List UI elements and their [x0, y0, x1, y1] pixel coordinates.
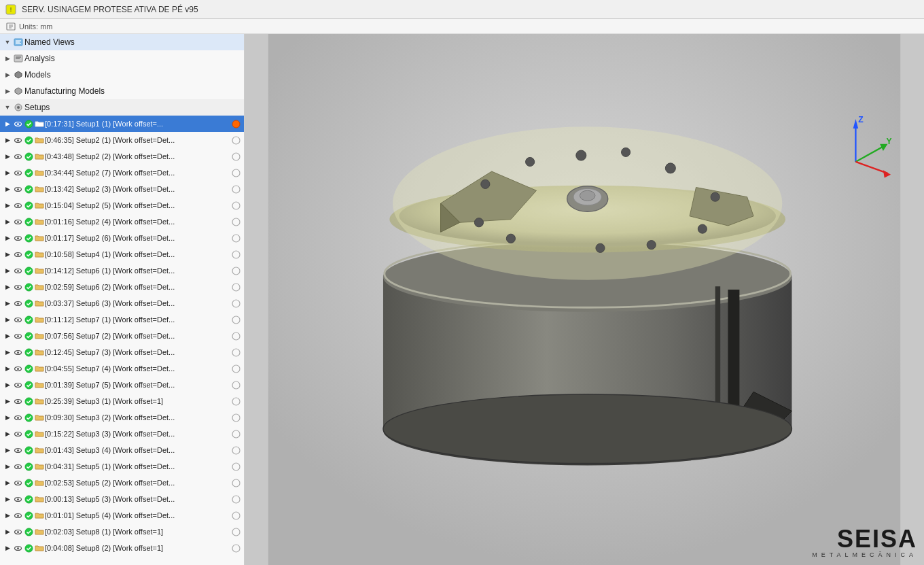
eye-icon[interactable]: [12, 363, 23, 374]
setup-row-15[interactable]: ▶[0:04:55] Setup7 (4) [Work offset=Det..…: [0, 360, 244, 377]
eye-icon[interactable]: [12, 249, 23, 260]
setup-row-8[interactable]: ▶[0:10:58] Setup4 (1) [Work offset=Det..…: [0, 246, 244, 262]
setup-row-18[interactable]: ▶[0:09:30] Setup3 (2) [Work offset=Det..…: [0, 409, 244, 426]
eye-icon[interactable]: [12, 379, 23, 390]
eye-icon[interactable]: [12, 233, 23, 243]
eye-icon[interactable]: [12, 281, 23, 292]
end-circle-icon[interactable]: [230, 216, 241, 227]
eye-icon[interactable]: [12, 526, 23, 537]
end-circle-icon[interactable]: [230, 445, 241, 456]
setup-row-10[interactable]: ▶[0:02:59] Setup6 (2) [Work offset=Det..…: [0, 279, 244, 295]
play-icon[interactable]: ▶: [3, 168, 12, 177]
setup-row-22[interactable]: ▶[0:02:53] Setup5 (2) [Work offset=Det..…: [0, 475, 244, 491]
play-icon[interactable]: ▶: [3, 494, 12, 504]
setup-row-5[interactable]: ▶[0:15:04] Setup2 (5) [Work offset=Det..…: [0, 197, 244, 213]
setup-row-7[interactable]: ▶[0:01:17] Setup2 (6) [Work offset=Det..…: [0, 230, 244, 246]
setup-row-24[interactable]: ▶[0:01:01] Setup5 (4) [Work offset=Det..…: [0, 507, 244, 524]
play-icon[interactable]: ▶: [3, 347, 12, 357]
setup-row-17[interactable]: ▶[0:25:39] Setup3 (1) [Work offset=1]: [0, 393, 244, 409]
setup-row-26[interactable]: ▶[0:04:08] Setup8 (2) [Work offset=1]: [0, 540, 244, 556]
end-circle-icon[interactable]: [230, 249, 241, 260]
end-circle-icon[interactable]: [230, 135, 241, 145]
eye-icon[interactable]: [12, 543, 23, 553]
play-icon[interactable]: ▶: [3, 478, 12, 487]
eye-icon[interactable]: [12, 347, 23, 358]
end-circle-icon[interactable]: [230, 347, 241, 358]
end-circle-icon[interactable]: [230, 379, 241, 390]
setup-row-16[interactable]: ▶[0:01:39] Setup7 (5) [Work offset=Det..…: [0, 377, 244, 393]
end-circle-icon[interactable]: [230, 363, 241, 374]
setup-row-1[interactable]: ▶[0:46:35] Setup2 (1) [Work offset=Det..…: [0, 132, 244, 148]
eye-icon[interactable]: [12, 135, 23, 145]
setup-row-14[interactable]: ▶[0:12:45] Setup7 (3) [Work offset=Det..…: [0, 344, 244, 360]
eye-icon[interactable]: [12, 167, 23, 178]
models-item[interactable]: ▶ Models: [0, 67, 244, 83]
end-circle-icon[interactable]: [230, 510, 241, 521]
viewport[interactable]: Z Y SEISA METALMECÂNICA: [245, 34, 924, 565]
end-circle-icon[interactable]: [230, 200, 241, 211]
end-circle-icon[interactable]: [230, 330, 241, 341]
play-icon[interactable]: ▶: [3, 184, 12, 194]
setup-row-12[interactable]: ▶[0:11:12] Setup7 (1) [Work offset=Def..…: [0, 311, 244, 328]
play-icon[interactable]: ▶: [3, 282, 12, 292]
play-icon[interactable]: ▶: [3, 543, 12, 553]
eye-icon[interactable]: [12, 151, 23, 162]
play-icon[interactable]: ▶: [3, 233, 12, 243]
end-circle-icon[interactable]: [230, 461, 241, 472]
end-circle-icon[interactable]: [230, 526, 241, 537]
end-circle-icon[interactable]: [230, 118, 241, 129]
eye-icon[interactable]: [12, 396, 23, 407]
eye-icon[interactable]: [12, 428, 23, 439]
eye-icon[interactable]: [12, 118, 23, 129]
eye-icon[interactable]: [12, 265, 23, 276]
play-icon[interactable]: ▶: [3, 413, 12, 422]
setup-row-23[interactable]: ▶[0:00:13] Setup5 (3) [Work offset=Det..…: [0, 491, 244, 507]
setup-row-3[interactable]: ▶[0:34:44] Setup2 (7) [Work offset=Det..…: [0, 165, 244, 181]
eye-icon[interactable]: [12, 412, 23, 423]
setup-row-2[interactable]: ▶[0:43:48] Setup2 (2) [Work offset=Det..…: [0, 148, 244, 165]
play-icon[interactable]: ▶: [3, 298, 12, 308]
setup-row-4[interactable]: ▶[0:13:42] Setup2 (3) [Work offset=Det..…: [0, 181, 244, 197]
end-circle-icon[interactable]: [230, 477, 241, 488]
play-icon[interactable]: ▶: [3, 527, 12, 536]
setup-row-0[interactable]: ▶[0:17:31] Setup1 (1) [Work offset=...: [0, 116, 244, 132]
setup-row-20[interactable]: ▶[0:01:43] Setup3 (4) [Work offset=Det..…: [0, 442, 244, 458]
eye-icon[interactable]: [12, 184, 23, 194]
eye-icon[interactable]: [12, 298, 23, 309]
eye-icon[interactable]: [12, 510, 23, 521]
setups-item[interactable]: ▼ Setups: [0, 99, 244, 116]
end-circle-icon[interactable]: [230, 298, 241, 309]
end-circle-icon[interactable]: [230, 543, 241, 553]
play-icon[interactable]: ▶: [3, 217, 12, 226]
end-circle-icon[interactable]: [230, 151, 241, 162]
setup-row-21[interactable]: ▶[0:04:31] Setup5 (1) [Work offset=Det..…: [0, 458, 244, 475]
end-circle-icon[interactable]: [230, 412, 241, 423]
play-icon[interactable]: ▶: [3, 429, 12, 439]
play-icon[interactable]: ▶: [3, 119, 12, 129]
eye-icon[interactable]: [12, 200, 23, 211]
eye-icon[interactable]: [12, 461, 23, 472]
play-icon[interactable]: ▶: [3, 364, 12, 373]
play-icon[interactable]: ▶: [3, 266, 12, 275]
end-circle-icon[interactable]: [230, 314, 241, 325]
play-icon[interactable]: ▶: [3, 380, 12, 390]
eye-icon[interactable]: [12, 494, 23, 504]
setup-row-25[interactable]: ▶[0:02:03] Setup8 (1) [Work offset=1]: [0, 524, 244, 540]
setup-row-6[interactable]: ▶[0:01:16] Setup2 (4) [Work offset=Det..…: [0, 213, 244, 230]
setup-row-9[interactable]: ▶[0:14:12] Setup6 (1) [Work offset=Det..…: [0, 262, 244, 279]
end-circle-icon[interactable]: [230, 396, 241, 407]
play-icon[interactable]: ▶: [3, 445, 12, 455]
end-circle-icon[interactable]: [230, 265, 241, 276]
play-icon[interactable]: ▶: [3, 152, 12, 161]
end-circle-icon[interactable]: [230, 428, 241, 439]
play-icon[interactable]: ▶: [3, 331, 12, 341]
play-icon[interactable]: ▶: [3, 511, 12, 520]
manufacturing-models-item[interactable]: ▶ Manufacturing Models: [0, 83, 244, 99]
end-circle-icon[interactable]: [230, 233, 241, 243]
play-icon[interactable]: ▶: [3, 462, 12, 471]
play-icon[interactable]: ▶: [3, 135, 12, 145]
play-icon[interactable]: ▶: [3, 315, 12, 324]
setup-row-13[interactable]: ▶[0:07:56] Setup7 (2) [Work offset=Det..…: [0, 328, 244, 344]
eye-icon[interactable]: [12, 314, 23, 325]
play-icon[interactable]: ▶: [3, 201, 12, 210]
